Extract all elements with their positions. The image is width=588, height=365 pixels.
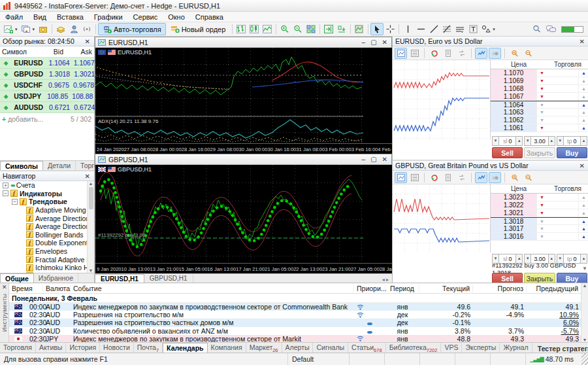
close-icon[interactable]: ✕ xyxy=(382,156,387,163)
tab-scroll-arrows[interactable]: ◂ ▸ xyxy=(379,277,392,283)
tab-company[interactable]: Компания xyxy=(208,343,246,353)
crosshair-button[interactable] xyxy=(384,23,397,35)
tab-articles[interactable]: Статьи678 xyxy=(348,343,386,353)
zoom-out-icon[interactable] xyxy=(522,48,534,59)
tp-value[interactable]: 0 xyxy=(574,138,577,145)
sell-arrow-icon[interactable]: ▼ xyxy=(536,85,547,92)
sell-arrow-icon[interactable]: ▼ xyxy=(536,77,547,84)
column-event[interactable]: Событие xyxy=(71,285,354,292)
tree-item-indicator[interactable]: fAverage Directional xyxy=(0,222,87,231)
tab-calendar[interactable]: Календарь xyxy=(163,343,207,353)
stepper-down-icon[interactable]: ▼ xyxy=(524,136,531,146)
tab-alerts[interactable]: Алерты xyxy=(282,343,314,353)
tp-stepper[interactable]: ▼tp0▲ xyxy=(557,136,587,146)
cursor-button[interactable] xyxy=(370,23,384,35)
column-period[interactable]: Период xyxy=(385,285,419,292)
buy-arrow-icon[interactable]: ▲ xyxy=(578,225,588,232)
toolbox-side-strip[interactable]: ✕ Инструменты xyxy=(0,283,9,342)
ask-price-row[interactable]: 1.1069▼▲ xyxy=(491,77,588,85)
bid-price[interactable]: 1.1061 xyxy=(491,124,536,131)
sell-arrow-icon[interactable]: ▼ xyxy=(536,124,547,131)
close-icon[interactable]: ✕ xyxy=(84,38,91,45)
zoom-out-icon[interactable] xyxy=(522,172,534,183)
tree-item-indicator[interactable]: fEnvelopes xyxy=(0,247,87,256)
depth-of-market-icon[interactable] xyxy=(408,172,421,183)
chart-tab-gbpusd[interactable]: GBPUSD,H1 xyxy=(144,274,193,283)
ticks-mode-icon[interactable] xyxy=(475,48,487,59)
tree-item-indicator[interactable]: fFractal Adaptive Mo xyxy=(0,255,87,264)
chart-mode-icon[interactable] xyxy=(395,48,407,59)
bid-price-row[interactable]: 1.1062▼▲ xyxy=(491,116,588,124)
stepper-up-icon[interactable]: ▲ xyxy=(515,136,523,146)
tree-item-indicator[interactable]: fDouble Exponential xyxy=(0,239,87,247)
channels-button[interactable] xyxy=(453,23,466,35)
tab-mailbox[interactable]: Почта7 xyxy=(134,343,163,353)
bid-price[interactable]: 1.3018 xyxy=(491,218,536,224)
search-icon[interactable] xyxy=(532,25,541,33)
community-button[interactable] xyxy=(67,23,80,35)
tree-node-trend[interactable]: − f Трендовые xyxy=(0,198,87,206)
autotrade-button[interactable]: Авто-торговля xyxy=(98,23,166,35)
ask-price-row[interactable]: 1.3022▼▲ xyxy=(491,201,588,209)
symbol-row-gbpusd[interactable]: ◆GBPUSD 1.3018 1.3021 xyxy=(0,69,94,80)
tree-item-indicator[interactable]: fIchimoku Kinko Hyo xyxy=(0,264,87,272)
stepper-up-icon[interactable]: ▲ xyxy=(548,136,555,146)
menu-insert[interactable]: Вставка xyxy=(52,13,89,21)
ask-price-row[interactable]: 1.1070▼▲ xyxy=(491,69,588,77)
ask-price[interactable]: 1.3021 xyxy=(491,209,536,217)
collapse-icon[interactable]: − xyxy=(3,190,8,196)
sell-arrow-icon[interactable]: ▼ xyxy=(536,201,547,209)
menu-charts[interactable]: Графики xyxy=(89,13,128,21)
line-chart-button[interactable] xyxy=(261,23,274,35)
new-order-button[interactable]: Новый ордер xyxy=(166,23,231,35)
gbpusd-chart-plot[interactable]: GBPUSD,H1 #11392292 buy 3.00 xyxy=(95,165,410,274)
volume-stepper[interactable]: ▼3.00▲ xyxy=(524,136,555,146)
tab-common[interactable]: Общие xyxy=(0,273,34,283)
calendar-event-row[interactable]: 02:30 AUD Разрешения на строительство м/… xyxy=(9,311,588,319)
indicators-button[interactable] xyxy=(353,23,366,35)
scroll-down-icon[interactable]: ▼ xyxy=(583,338,587,342)
trade-panel-titlebar[interactable]: GBPUSD, Great Britain Pound vs US Dollar… xyxy=(393,161,588,171)
ask-price[interactable]: 1.3022 xyxy=(491,201,536,209)
trendline-button[interactable] xyxy=(427,23,440,35)
buy-arrow-icon[interactable]: ▲ xyxy=(578,201,588,209)
signals-broadcast-button[interactable] xyxy=(80,23,93,35)
bid-price-row[interactable]: 1.3017▼▲ xyxy=(491,225,588,233)
scroll-down-icon[interactable]: ▼ xyxy=(89,268,93,273)
scroll-up-icon[interactable]: ▲ xyxy=(583,283,587,288)
sell-arrow-icon[interactable]: ▼ xyxy=(536,233,547,240)
buy-arrow-icon[interactable]: ▲ xyxy=(578,101,588,108)
sell-arrow-icon[interactable]: ▼ xyxy=(536,218,547,224)
symbol-row-audusd[interactable]: ◆AUDUSD 0.6721 0.6724 xyxy=(0,102,94,113)
buy-arrow-icon[interactable]: ▲ xyxy=(578,218,588,224)
depth-of-market-icon[interactable] xyxy=(408,48,421,59)
chart-shift-button[interactable] xyxy=(322,23,335,35)
ask-price[interactable]: 1.1068 xyxy=(491,85,536,92)
chart-window-titlebar[interactable]: GBPUSD,H1 – ▢ ✕ xyxy=(95,154,391,165)
menu-window[interactable]: Окно xyxy=(163,13,190,21)
bid-price-row[interactable]: 1.1063▼▲ xyxy=(491,109,588,116)
tab-experts[interactable]: Эксперты xyxy=(462,343,500,353)
sell-arrow-icon[interactable]: ▼ xyxy=(536,93,547,100)
chart-tab-eurusd[interactable]: EURUSD,H1 xyxy=(95,274,144,283)
gbpusd-tick-chart[interactable] xyxy=(393,184,491,252)
stepper-down-icon[interactable]: ▼ xyxy=(557,136,564,146)
scroll-thumb[interactable] xyxy=(89,187,93,209)
column-priority[interactable]: Приори... xyxy=(354,285,385,292)
shapes-button[interactable]: ▾ xyxy=(480,23,497,35)
tab-details[interactable]: Детали xyxy=(43,161,76,170)
calendar-event-row[interactable]: 02:30 AUD Количество объявлений о ваканс… xyxy=(9,327,588,335)
tree-item-indicator[interactable]: fAverage Directional xyxy=(0,214,87,222)
bid-price[interactable]: 1.1062 xyxy=(491,116,536,124)
tab-codebase[interactable]: Библиотека7202 xyxy=(386,343,442,353)
bid-price-row[interactable]: 1.1064▼▲ xyxy=(491,101,588,109)
orders-book-icon[interactable] xyxy=(442,48,454,59)
bid-price-row[interactable]: 1.3016▼▲ xyxy=(491,233,588,241)
bars-chart-button[interactable] xyxy=(235,23,248,35)
market-watch-titlebar[interactable]: Обзор рынка: 08:24:50 ✕ xyxy=(0,37,94,46)
close-icon[interactable]: ✕ xyxy=(578,162,586,169)
eurusd-chart-plot[interactable]: EURUSD,H1 ADX(14) 20.21 11.38 9.76 xyxy=(95,48,406,154)
menu-tools[interactable]: Сервис xyxy=(128,13,163,21)
expand-icon[interactable]: + xyxy=(3,182,8,188)
symbol-row-usdchf[interactable]: ◆USDCHF 0.9675 0.9678 xyxy=(0,80,94,91)
